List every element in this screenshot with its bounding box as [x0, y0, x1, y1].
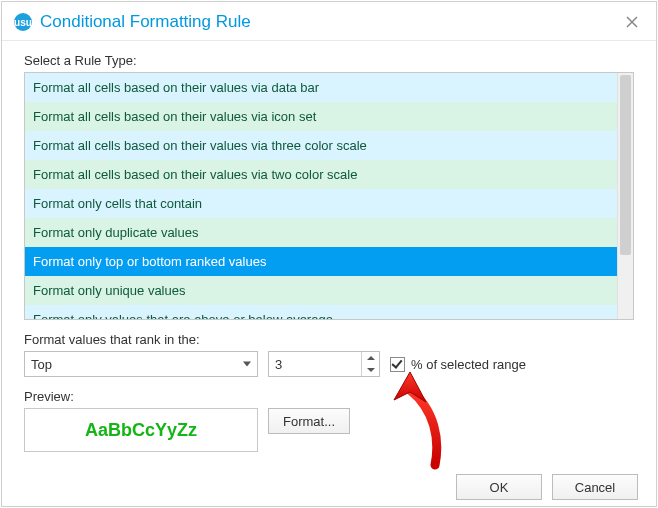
dialog-title: Conditional Formatting Rule	[40, 12, 251, 32]
spinner-up-icon[interactable]	[362, 352, 379, 364]
percent-label: % of selected range	[411, 357, 526, 372]
app-icon: usu	[14, 13, 32, 31]
rule-type-item[interactable]: Format all cells based on their values v…	[25, 160, 617, 189]
rule-type-item[interactable]: Format all cells based on their values v…	[25, 102, 617, 131]
dialog-footer: OK Cancel	[2, 464, 656, 508]
close-icon[interactable]	[620, 10, 644, 34]
rule-type-list: Format all cells based on their values v…	[24, 72, 634, 320]
rule-type-item[interactable]: Format all cells based on their values v…	[25, 73, 617, 102]
rule-list-scrollbar[interactable]	[617, 73, 633, 319]
preview-sample: AaBbCcYyZz	[24, 408, 258, 452]
rule-type-item[interactable]: Format all cells based on their values v…	[25, 131, 617, 160]
rank-direction-select[interactable]: Top	[24, 351, 258, 377]
rank-label: Format values that rank in the:	[24, 332, 634, 347]
titlebar: usu Conditional Formatting Rule	[2, 2, 656, 41]
spinner-down-icon[interactable]	[362, 364, 379, 376]
rule-type-item[interactable]: Format only top or bottom ranked values	[25, 247, 617, 276]
rule-type-item[interactable]: Format only cells that contain	[25, 189, 617, 218]
rank-value-spinner[interactable]: 3	[268, 351, 380, 377]
rule-type-label: Select a Rule Type:	[24, 53, 634, 68]
preview-label: Preview:	[24, 389, 634, 404]
rule-type-item[interactable]: Format only values that are above or bel…	[25, 305, 617, 319]
cancel-button[interactable]: Cancel	[552, 474, 638, 500]
format-button[interactable]: Format...	[268, 408, 350, 434]
rank-value: 3	[275, 357, 282, 372]
ok-button[interactable]: OK	[456, 474, 542, 500]
rule-type-item[interactable]: Format only duplicate values	[25, 218, 617, 247]
chevron-down-icon	[243, 362, 251, 367]
scrollbar-thumb[interactable]	[620, 75, 631, 255]
percent-checkbox[interactable]	[390, 357, 405, 372]
rule-type-item[interactable]: Format only unique values	[25, 276, 617, 305]
conditional-formatting-dialog: usu Conditional Formatting Rule Select a…	[1, 1, 657, 507]
rank-direction-value: Top	[31, 357, 52, 372]
